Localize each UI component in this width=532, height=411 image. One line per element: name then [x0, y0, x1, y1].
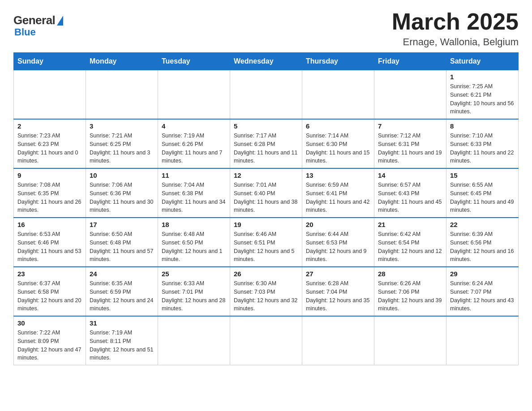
calendar-header-sunday: Sunday	[14, 53, 86, 70]
calendar-cell: 15Sunrise: 6:55 AMSunset: 6:45 PMDayligh…	[446, 168, 519, 218]
day-info: Sunrise: 7:21 AMSunset: 6:25 PMDaylight:…	[90, 132, 154, 165]
day-info: Sunrise: 6:33 AMSunset: 7:01 PMDaylight:…	[162, 279, 226, 313]
calendar-cell: 13Sunrise: 6:59 AMSunset: 6:41 PMDayligh…	[302, 168, 374, 218]
day-info: Sunrise: 7:06 AMSunset: 6:36 PMDaylight:…	[90, 181, 154, 214]
day-number: 4	[162, 122, 226, 130]
calendar-cell: 31Sunrise: 7:19 AMSunset: 8:11 PMDayligh…	[86, 316, 158, 365]
day-number: 25	[162, 270, 226, 278]
day-info: Sunrise: 7:08 AMSunset: 6:35 PMDaylight:…	[17, 181, 82, 214]
calendar-cell	[158, 70, 230, 120]
calendar-cell: 18Sunrise: 6:48 AMSunset: 6:50 PMDayligh…	[158, 218, 230, 267]
calendar-header-thursday: Thursday	[302, 53, 374, 70]
day-info: Sunrise: 7:01 AMSunset: 6:40 PMDaylight:…	[234, 181, 298, 214]
day-number: 12	[234, 171, 298, 179]
day-number: 7	[378, 122, 442, 130]
calendar-cell	[158, 316, 230, 365]
calendar-cell	[302, 70, 374, 120]
calendar-cell: 6Sunrise: 7:14 AMSunset: 6:30 PMDaylight…	[302, 119, 374, 168]
calendar-cell: 14Sunrise: 6:57 AMSunset: 6:43 PMDayligh…	[374, 168, 446, 218]
day-number: 2	[17, 122, 82, 130]
day-number: 8	[450, 122, 515, 130]
day-number: 11	[162, 171, 226, 179]
day-info: Sunrise: 6:42 AMSunset: 6:54 PMDaylight:…	[378, 230, 442, 264]
calendar-cell	[14, 70, 86, 120]
calendar-cell: 10Sunrise: 7:06 AMSunset: 6:36 PMDayligh…	[86, 168, 158, 218]
calendar-cell: 21Sunrise: 6:42 AMSunset: 6:54 PMDayligh…	[374, 218, 446, 267]
day-number: 23	[17, 270, 82, 278]
day-number: 19	[234, 221, 298, 228]
day-info: Sunrise: 7:04 AMSunset: 6:38 PMDaylight:…	[162, 181, 226, 214]
day-number: 3	[90, 122, 154, 130]
month-year-title: March 2025	[392, 9, 519, 34]
calendar-cell: 29Sunrise: 6:24 AMSunset: 7:07 PMDayligh…	[446, 267, 519, 316]
day-info: Sunrise: 6:46 AMSunset: 6:51 PMDaylight:…	[234, 230, 298, 264]
calendar-cell: 9Sunrise: 7:08 AMSunset: 6:35 PMDaylight…	[14, 168, 86, 218]
day-info: Sunrise: 6:59 AMSunset: 6:41 PMDaylight:…	[306, 181, 370, 214]
day-info: Sunrise: 6:28 AMSunset: 7:04 PMDaylight:…	[306, 279, 370, 313]
day-info: Sunrise: 7:19 AMSunset: 6:26 PMDaylight:…	[162, 132, 226, 165]
day-info: Sunrise: 6:30 AMSunset: 7:03 PMDaylight:…	[234, 279, 298, 313]
calendar-cell: 22Sunrise: 6:39 AMSunset: 6:56 PMDayligh…	[446, 218, 519, 267]
day-info: Sunrise: 7:12 AMSunset: 6:31 PMDaylight:…	[378, 132, 442, 165]
calendar-cell: 5Sunrise: 7:17 AMSunset: 6:28 PMDaylight…	[230, 119, 302, 168]
calendar-cell: 8Sunrise: 7:10 AMSunset: 6:33 PMDaylight…	[446, 119, 519, 168]
day-info: Sunrise: 7:19 AMSunset: 8:11 PMDaylight:…	[90, 329, 154, 362]
day-info: Sunrise: 6:26 AMSunset: 7:06 PMDaylight:…	[378, 279, 442, 313]
calendar-cell: 19Sunrise: 6:46 AMSunset: 6:51 PMDayligh…	[230, 218, 302, 267]
calendar-cell: 30Sunrise: 7:22 AMSunset: 8:09 PMDayligh…	[14, 316, 86, 365]
calendar-table: SundayMondayTuesdayWednesdayThursdayFrid…	[13, 52, 519, 365]
location-subtitle: Ernage, Wallonia, Belgium	[392, 36, 519, 48]
day-number: 31	[90, 319, 154, 327]
calendar-cell	[446, 316, 519, 365]
calendar-cell: 24Sunrise: 6:35 AMSunset: 6:59 PMDayligh…	[86, 267, 158, 316]
calendar-cell	[230, 70, 302, 120]
calendar-cell: 27Sunrise: 6:28 AMSunset: 7:04 PMDayligh…	[302, 267, 374, 316]
day-info: Sunrise: 6:39 AMSunset: 6:56 PMDaylight:…	[450, 230, 515, 264]
calendar-cell: 16Sunrise: 6:53 AMSunset: 6:46 PMDayligh…	[14, 218, 86, 267]
day-number: 30	[17, 319, 82, 327]
day-info: Sunrise: 7:25 AMSunset: 6:21 PMDaylight:…	[450, 82, 515, 116]
day-number: 20	[306, 221, 370, 228]
logo: General Blue	[13, 13, 63, 38]
day-number: 29	[450, 270, 515, 278]
day-number: 14	[378, 171, 442, 179]
calendar-header-saturday: Saturday	[446, 53, 519, 70]
calendar-cell: 7Sunrise: 7:12 AMSunset: 6:31 PMDaylight…	[374, 119, 446, 168]
day-number: 21	[378, 221, 442, 228]
calendar-cell: 12Sunrise: 7:01 AMSunset: 6:40 PMDayligh…	[230, 168, 302, 218]
logo-triangle-icon	[57, 16, 63, 26]
day-number: 16	[17, 221, 82, 228]
day-info: Sunrise: 6:24 AMSunset: 7:07 PMDaylight:…	[450, 279, 515, 313]
day-info: Sunrise: 7:23 AMSunset: 6:23 PMDaylight:…	[17, 132, 82, 165]
calendar-week-row: 9Sunrise: 7:08 AMSunset: 6:35 PMDaylight…	[14, 168, 519, 218]
calendar-header-tuesday: Tuesday	[158, 53, 230, 70]
calendar-cell: 25Sunrise: 6:33 AMSunset: 7:01 PMDayligh…	[158, 267, 230, 316]
logo-general-text: General	[13, 13, 55, 27]
calendar-cell	[302, 316, 374, 365]
calendar-cell: 26Sunrise: 6:30 AMSunset: 7:03 PMDayligh…	[230, 267, 302, 316]
page-header: General Blue March 2025 Ernage, Wallonia…	[13, 9, 519, 48]
title-block: March 2025 Ernage, Wallonia, Belgium	[392, 9, 519, 48]
day-info: Sunrise: 6:57 AMSunset: 6:43 PMDaylight:…	[378, 181, 442, 214]
day-info: Sunrise: 6:55 AMSunset: 6:45 PMDaylight:…	[450, 181, 515, 214]
logo-blue-text: Blue	[14, 26, 36, 38]
day-number: 9	[17, 171, 82, 179]
calendar-week-row: 16Sunrise: 6:53 AMSunset: 6:46 PMDayligh…	[14, 218, 519, 267]
day-number: 27	[306, 270, 370, 278]
day-info: Sunrise: 7:14 AMSunset: 6:30 PMDaylight:…	[306, 132, 370, 165]
day-number: 6	[306, 122, 370, 130]
day-info: Sunrise: 6:35 AMSunset: 6:59 PMDaylight:…	[90, 279, 154, 313]
calendar-cell: 11Sunrise: 7:04 AMSunset: 6:38 PMDayligh…	[158, 168, 230, 218]
calendar-cell: 28Sunrise: 6:26 AMSunset: 7:06 PMDayligh…	[374, 267, 446, 316]
day-number: 28	[378, 270, 442, 278]
day-number: 26	[234, 270, 298, 278]
day-number: 10	[90, 171, 154, 179]
day-info: Sunrise: 6:48 AMSunset: 6:50 PMDaylight:…	[162, 230, 226, 264]
calendar-cell: 20Sunrise: 6:44 AMSunset: 6:53 PMDayligh…	[302, 218, 374, 267]
calendar-cell	[374, 70, 446, 120]
calendar-week-row: 2Sunrise: 7:23 AMSunset: 6:23 PMDaylight…	[14, 119, 519, 168]
day-info: Sunrise: 7:10 AMSunset: 6:33 PMDaylight:…	[450, 132, 515, 165]
calendar-header-row: SundayMondayTuesdayWednesdayThursdayFrid…	[14, 53, 519, 70]
day-info: Sunrise: 6:50 AMSunset: 6:48 PMDaylight:…	[90, 230, 154, 264]
calendar-week-row: 30Sunrise: 7:22 AMSunset: 8:09 PMDayligh…	[14, 316, 519, 365]
